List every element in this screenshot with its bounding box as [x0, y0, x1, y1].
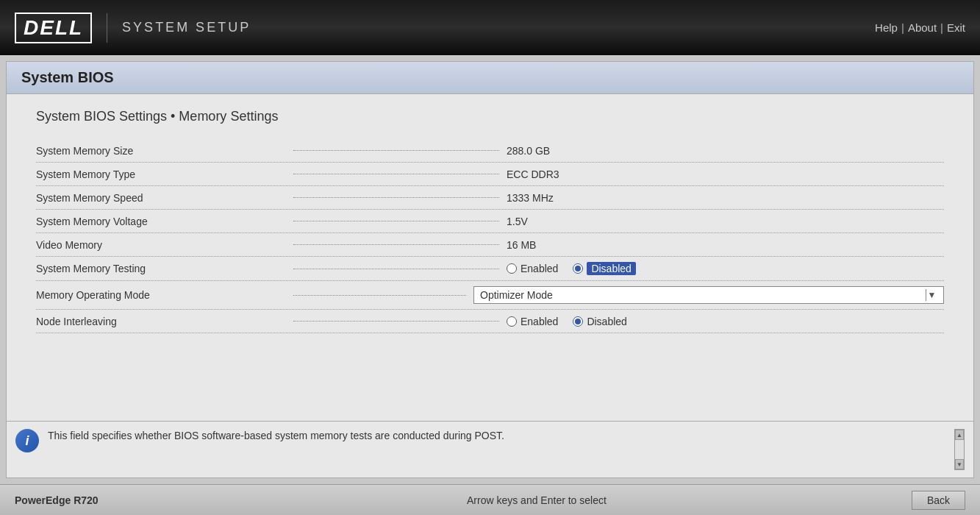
dots-6	[293, 269, 499, 269]
radio-option-ni-enabled[interactable]: Enabled	[507, 316, 558, 327]
page-subtitle: System BIOS Settings • Memory Settings	[36, 109, 944, 124]
nav-sep-2: |	[940, 21, 943, 34]
setting-value-video-memory: 16 MB	[507, 239, 654, 251]
setting-value-system-memory-size: 288.0 GB	[507, 145, 654, 157]
nav-sep-1: |	[901, 21, 904, 34]
setting-value-system-memory-type: ECC DDR3	[507, 168, 654, 180]
scroll-down-button[interactable]: ▼	[955, 459, 964, 469]
radio-label-smt-disabled: Disabled	[587, 262, 635, 275]
radio-label-ni-enabled: Enabled	[521, 316, 558, 327]
setting-row-system-memory-testing: System Memory Testing Enabled Disabled	[36, 257, 944, 281]
setting-label-system-memory-voltage: System Memory Voltage	[36, 216, 286, 227]
dots-4	[293, 221, 499, 221]
radio-label-ni-disabled: Disabled	[587, 316, 626, 327]
status-model: PowerEdge R720	[15, 494, 162, 506]
radio-circle-ni-enabled	[507, 316, 517, 327]
dots-3	[293, 197, 499, 198]
dots-7	[293, 295, 466, 296]
dell-logo: DELL	[15, 13, 92, 43]
back-button[interactable]: Back	[912, 491, 965, 510]
dots-5	[293, 244, 499, 245]
info-icon: i	[15, 429, 39, 452]
setting-value-system-memory-speed: 1333 MHz	[507, 192, 654, 204]
radio-group-system-memory-testing: Enabled Disabled	[507, 262, 654, 275]
dropdown-memory-operating-mode[interactable]: Optimizer Mode ▼	[473, 286, 944, 304]
section-title: System BIOS	[21, 69, 959, 86]
radio-dot-smt-disabled	[575, 266, 581, 271]
content-area: System BIOS Settings • Memory Settings S…	[7, 94, 973, 348]
setting-row-video-memory: Video Memory 16 MB	[36, 233, 944, 257]
radio-group-node-interleaving: Enabled Disabled	[507, 316, 654, 327]
dropdown-arrow-icon: ▼	[926, 289, 937, 301]
setting-label-system-memory-size: System Memory Size	[36, 145, 286, 157]
radio-option-smt-enabled[interactable]: Enabled	[507, 263, 558, 274]
setting-row-memory-operating-mode: Memory Operating Mode Optimizer Mode ▼	[36, 281, 944, 310]
info-text: This field specifies whether BIOS softwa…	[48, 429, 945, 444]
setting-value-system-memory-voltage: 1.5V	[507, 216, 654, 227]
info-panel: i This field specifies whether BIOS soft…	[6, 421, 974, 478]
radio-label-smt-enabled: Enabled	[521, 263, 558, 274]
setting-row-system-memory-type: System Memory Type ECC DDR3	[36, 163, 944, 186]
exit-link[interactable]: Exit	[947, 21, 965, 34]
setting-label-video-memory: Video Memory	[36, 239, 286, 251]
setting-label-system-memory-type: System Memory Type	[36, 168, 286, 180]
header-divider	[107, 13, 107, 43]
setting-label-system-memory-testing: System Memory Testing	[36, 263, 286, 274]
dots-1	[293, 150, 499, 151]
radio-circle-smt-enabled	[507, 263, 517, 274]
header: DELL SYSTEM SETUP Help | About | Exit	[0, 0, 980, 55]
setting-row-system-memory-speed: System Memory Speed 1333 MHz	[36, 186, 944, 210]
section-title-bar: System BIOS	[7, 62, 973, 94]
setting-row-system-memory-size: System Memory Size 288.0 GB	[36, 139, 944, 163]
setting-row-node-interleaving: Node Interleaving Enabled Disabled	[36, 310, 944, 333]
setting-row-system-memory-voltage: System Memory Voltage 1.5V	[36, 210, 944, 233]
dots-8	[293, 321, 499, 322]
dots-2	[293, 174, 499, 174]
header-nav: Help | About | Exit	[875, 21, 965, 34]
status-instruction: Arrow keys and Enter to select	[162, 494, 912, 506]
radio-option-ni-disabled[interactable]: Disabled	[573, 316, 626, 327]
radio-circle-smt-disabled	[573, 263, 583, 274]
header-title: SYSTEM SETUP	[122, 20, 251, 35]
status-bar: PowerEdge R720 Arrow keys and Enter to s…	[0, 484, 980, 515]
about-link[interactable]: About	[908, 21, 937, 34]
info-scrollbar[interactable]: ▲ ▼	[954, 429, 965, 470]
setting-label-memory-operating-mode: Memory Operating Mode	[36, 289, 286, 301]
radio-dot-ni-disabled	[575, 319, 581, 324]
help-link[interactable]: Help	[875, 21, 898, 34]
radio-option-smt-disabled[interactable]: Disabled	[573, 262, 635, 275]
setting-label-system-memory-speed: System Memory Speed	[36, 192, 286, 204]
scroll-track	[955, 440, 964, 459]
setting-label-node-interleaving: Node Interleaving	[36, 316, 286, 327]
radio-circle-ni-disabled	[573, 316, 583, 327]
dropdown-value-memory-operating-mode: Optimizer Mode	[480, 289, 926, 301]
scroll-up-button[interactable]: ▲	[955, 430, 964, 440]
main-content: System BIOS System BIOS Settings • Memor…	[6, 61, 974, 478]
